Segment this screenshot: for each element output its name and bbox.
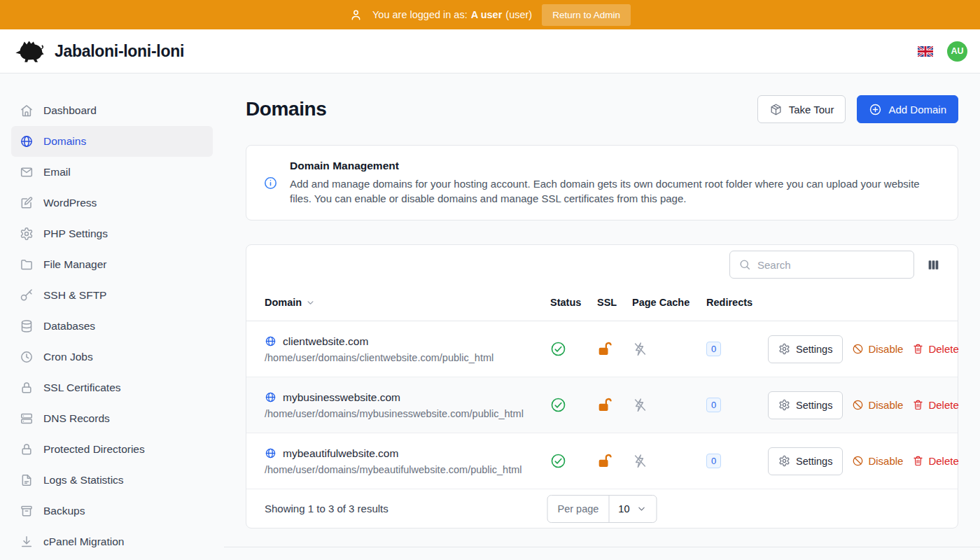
delete-button[interactable]: Delete: [912, 399, 958, 411]
domain-name[interactable]: mybusinesswebsite.com: [283, 391, 400, 404]
ssl-unlocked-icon[interactable]: [597, 453, 613, 469]
sidebar-item-cpanel-migration[interactable]: cPanel Migration: [11, 526, 213, 557]
trash-icon: [912, 399, 924, 411]
sidebar-item-databases[interactable]: Databases: [11, 311, 213, 342]
page-cache-off-icon[interactable]: [632, 397, 648, 413]
sidebar-item-label: Domains: [43, 135, 86, 148]
document-root-path: /home/user/domains/clientwebsite.com/pub…: [265, 352, 550, 363]
take-tour-button[interactable]: Take Tour: [757, 95, 846, 123]
redirects-count-badge[interactable]: 0: [706, 398, 721, 412]
sidebar-item-ssh-sftp[interactable]: SSH & SFTP: [11, 280, 213, 311]
settings-button[interactable]: Settings: [768, 447, 843, 475]
sidebar-item-dns-records[interactable]: DNS Records: [11, 403, 213, 434]
globe-icon: [265, 335, 276, 347]
sort-chevron-down-icon: [305, 298, 316, 308]
sidebar-item-domains[interactable]: Domains: [11, 126, 213, 157]
search-input[interactable]: [757, 259, 905, 271]
trash-icon: [912, 343, 924, 355]
page-cache-off-icon[interactable]: [632, 341, 648, 357]
document-root-path: /home/user/domains/mybusinesswebsite.com…: [265, 408, 550, 419]
settings-button[interactable]: Settings: [768, 335, 843, 363]
app-header: Jabaloni-loni-loni AU: [0, 29, 980, 74]
domain-cell: mybeautifulwebsite.com /home/user/domain…: [265, 447, 550, 475]
ssl-unlocked-icon[interactable]: [597, 397, 613, 413]
language-flag-button[interactable]: [918, 46, 933, 57]
add-domain-button[interactable]: Add Domain: [857, 95, 958, 123]
gear-icon: [778, 343, 790, 355]
sidebar-item-php-settings[interactable]: PHP Settings: [11, 218, 213, 249]
sidebar-item-label: Databases: [43, 320, 95, 332]
chevron-down-icon: [636, 503, 648, 514]
sidebar-item-logs-statistics[interactable]: Logs & Statistics: [11, 465, 213, 496]
sidebar-item-protected-directories[interactable]: Protected Directories: [11, 434, 213, 465]
sidebar-item-label: Logs & Statistics: [43, 474, 124, 486]
brand-logo[interactable]: Jabaloni-loni-loni: [13, 38, 184, 64]
redirects-count-badge[interactable]: 0: [706, 342, 721, 356]
gear-icon: [778, 455, 790, 467]
add-domain-label: Add Domain: [888, 104, 946, 115]
sidebar-item-backups[interactable]: Backups: [11, 496, 213, 526]
domain-name[interactable]: clientwebsite.com: [283, 335, 368, 348]
trash-icon: [912, 455, 924, 467]
archive-icon: [20, 504, 34, 518]
sidebar-item-label: SSL Certificates: [43, 382, 121, 394]
info-box-body: Add and manage domains for your hosting …: [290, 177, 923, 206]
disable-button[interactable]: Disable: [852, 399, 903, 411]
sidebar-item-wordpress[interactable]: WordPress: [11, 188, 213, 218]
domain-cell: clientwebsite.com /home/user/domains/cli…: [265, 335, 550, 363]
plus-circle-icon: [869, 103, 882, 116]
delete-button[interactable]: Delete: [912, 343, 958, 355]
search-box: [729, 251, 914, 279]
tour-package-icon: [769, 103, 783, 116]
gear-icon: [778, 399, 790, 411]
sidebar-item-label: File Manager: [43, 258, 106, 271]
column-visibility-button[interactable]: [926, 258, 941, 272]
page-cache-off-icon[interactable]: [632, 453, 648, 469]
sidebar-item-label: Cron Jobs: [43, 351, 93, 363]
table-header-row: Domain Status SSL Page Cache Redirects: [246, 284, 958, 321]
database-icon: [20, 319, 34, 333]
lock-icon: [20, 442, 34, 456]
results-summary: Showing 1 to 3 of 3 results: [265, 503, 388, 514]
server-icon: [20, 412, 34, 426]
domain-name[interactable]: mybeautifulwebsite.com: [283, 447, 398, 460]
info-icon: [263, 176, 278, 190]
ssl-unlocked-icon[interactable]: [597, 341, 613, 357]
avatar[interactable]: AU: [947, 41, 967, 62]
uk-flag-icon: [918, 46, 933, 57]
gear-icon: [20, 227, 34, 241]
impersonation-banner: You are logged in as: A user (user) Retu…: [0, 0, 980, 29]
delete-button[interactable]: Delete: [912, 455, 958, 467]
sidebar-item-label: Backups: [43, 505, 85, 517]
disable-button[interactable]: Disable: [852, 343, 903, 355]
download-icon: [20, 535, 34, 549]
sidebar-item-label: DNS Records: [43, 412, 110, 425]
sidebar-item-file-manager[interactable]: File Manager: [11, 249, 213, 280]
disable-button[interactable]: Disable: [852, 455, 903, 467]
home-icon: [20, 104, 34, 118]
sidebar-item-label: WordPress: [43, 197, 97, 209]
status-active-check-icon: [550, 453, 566, 469]
folder-icon: [20, 258, 34, 272]
table-row: clientwebsite.com /home/user/domains/cli…: [246, 321, 958, 377]
per-page-control: Per page 10: [547, 495, 657, 523]
sidebar-item-label: Email: [43, 166, 71, 178]
domain-cell: mybusinesswebsite.com /home/user/domains…: [265, 391, 550, 419]
key-icon: [20, 288, 34, 302]
page-title: Domains: [246, 98, 326, 120]
columns-icon: [926, 258, 941, 272]
globe-icon: [265, 391, 276, 403]
sidebar-item-ssl-certificates[interactable]: SSL Certificates: [11, 372, 213, 403]
sidebar-item-label: SSH & SFTP: [43, 289, 106, 302]
sidebar-item-cron-jobs[interactable]: Cron Jobs: [11, 342, 213, 372]
per-page-select[interactable]: 10: [609, 496, 656, 522]
brand-name: Jabaloni-loni-loni: [55, 42, 184, 61]
take-tour-label: Take Tour: [789, 104, 834, 115]
column-header-domain[interactable]: Domain: [265, 297, 550, 308]
sidebar-item-email[interactable]: Email: [11, 157, 213, 188]
redirects-count-badge[interactable]: 0: [706, 454, 721, 468]
sidebar-item-dashboard[interactable]: Dashboard: [11, 95, 213, 126]
impersonated-user-role: (user): [505, 9, 532, 20]
return-to-admin-button[interactable]: Return to Admin: [542, 4, 631, 26]
settings-button[interactable]: Settings: [768, 391, 843, 419]
